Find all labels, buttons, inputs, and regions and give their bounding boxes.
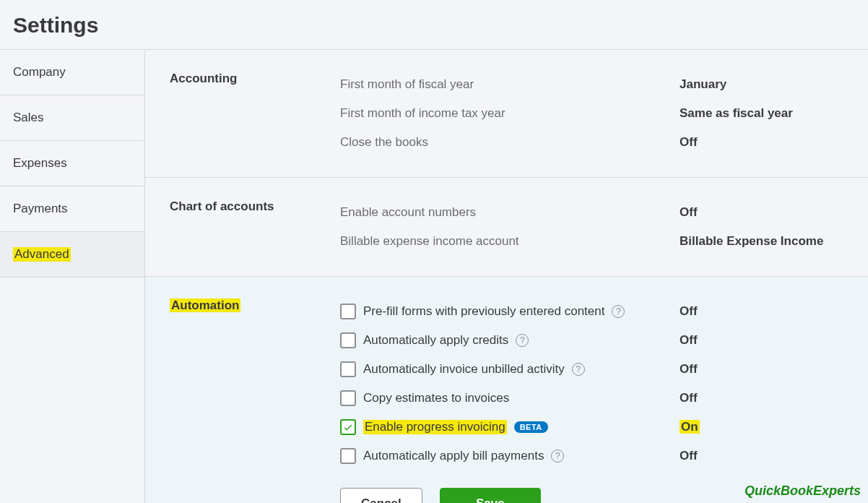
sidebar-item-label: Sales — [13, 111, 44, 125]
watermark: QuickBookExperts — [745, 483, 861, 499]
option-label: Copy estimates to invoices — [363, 391, 509, 405]
setting-row: Billable expense income account Billable… — [340, 227, 854, 256]
automation-option-row: Enable progress invoicing BETA On — [340, 413, 854, 442]
option-value: Off — [680, 391, 698, 405]
setting-label: Enable account numbers — [340, 205, 680, 220]
settings-content: Accounting First month of fiscal year Ja… — [145, 50, 868, 503]
section-title: Automation — [170, 297, 340, 503]
section-accounting: Accounting First month of fiscal year Ja… — [145, 50, 868, 178]
page-title: Settings — [0, 0, 868, 49]
sidebar-item-advanced[interactable]: Advanced — [0, 232, 144, 278]
option-label: Automatically apply bill payments — [363, 449, 544, 463]
setting-row: First month of fiscal year January — [340, 70, 854, 99]
option-value: On — [680, 420, 700, 434]
automation-option-row: Pre-fill forms with previously entered c… — [340, 297, 854, 326]
section-title-text: Automation — [170, 298, 240, 312]
option-value: Off — [680, 449, 698, 463]
section-title: Accounting — [170, 70, 340, 157]
sidebar-item-label: Company — [13, 65, 66, 79]
option-value: Off — [680, 304, 698, 319]
checkbox-auto-invoice-unbilled[interactable] — [340, 361, 356, 377]
option-value: Off — [680, 362, 698, 377]
save-button[interactable]: Save — [440, 488, 541, 503]
setting-row: Close the books Off — [340, 128, 854, 157]
settings-sidebar: Company Sales Expenses Payments Advanced — [0, 50, 145, 503]
sidebar-item-label: Expenses — [13, 156, 67, 171]
help-icon[interactable]: ? — [516, 334, 529, 347]
sidebar-item-company[interactable]: Company — [0, 50, 144, 95]
option-label: Pre-fill forms with previously entered c… — [363, 304, 604, 319]
setting-label: Billable expense income account — [340, 234, 680, 249]
help-icon[interactable]: ? — [551, 450, 564, 463]
help-icon[interactable]: ? — [612, 305, 625, 318]
setting-value: Same as fiscal year — [680, 106, 793, 121]
section-automation: Automation Pre-fill forms with previousl… — [145, 277, 868, 503]
setting-value: Off — [680, 205, 698, 220]
setting-label: First month of income tax year — [340, 106, 680, 121]
section-chart-of-accounts: Chart of accounts Enable account numbers… — [145, 178, 868, 277]
sidebar-item-sales[interactable]: Sales — [0, 95, 144, 141]
checkbox-prefill-forms[interactable] — [340, 304, 356, 319]
sidebar-item-label: Advanced — [13, 247, 71, 262]
checkbox-auto-apply-bill-payments[interactable] — [340, 448, 356, 464]
checkbox-auto-apply-credits[interactable] — [340, 332, 356, 348]
option-value: Off — [680, 333, 698, 348]
option-label: Enable progress invoicing — [363, 420, 507, 434]
sidebar-item-label: Payments — [13, 202, 68, 216]
automation-option-row: Automatically apply credits ? Off — [340, 326, 854, 355]
sidebar-item-payments[interactable]: Payments — [0, 186, 144, 232]
automation-option-row: Automatically invoice unbilled activity … — [340, 355, 854, 384]
automation-option-row: Automatically apply bill payments ? Off — [340, 442, 854, 470]
setting-value: Off — [680, 135, 698, 150]
sidebar-item-expenses[interactable]: Expenses — [0, 141, 144, 186]
setting-value: January — [680, 77, 726, 92]
setting-row: First month of income tax year Same as f… — [340, 99, 854, 128]
setting-value: Billable Expense Income — [680, 234, 823, 249]
checkbox-enable-progress-invoicing[interactable] — [340, 419, 356, 435]
help-icon[interactable]: ? — [572, 363, 585, 376]
automation-option-row: Copy estimates to invoices Off — [340, 384, 854, 413]
cancel-button[interactable]: Cancel — [340, 488, 422, 503]
option-label: Automatically invoice unbilled activity — [363, 362, 565, 377]
setting-row: Enable account numbers Off — [340, 198, 854, 227]
setting-label: First month of fiscal year — [340, 77, 680, 92]
section-title: Chart of accounts — [170, 198, 340, 256]
option-label: Automatically apply credits — [363, 333, 508, 348]
checkbox-copy-estimates[interactable] — [340, 390, 356, 406]
setting-label: Close the books — [340, 135, 680, 150]
beta-badge: BETA — [514, 421, 548, 433]
